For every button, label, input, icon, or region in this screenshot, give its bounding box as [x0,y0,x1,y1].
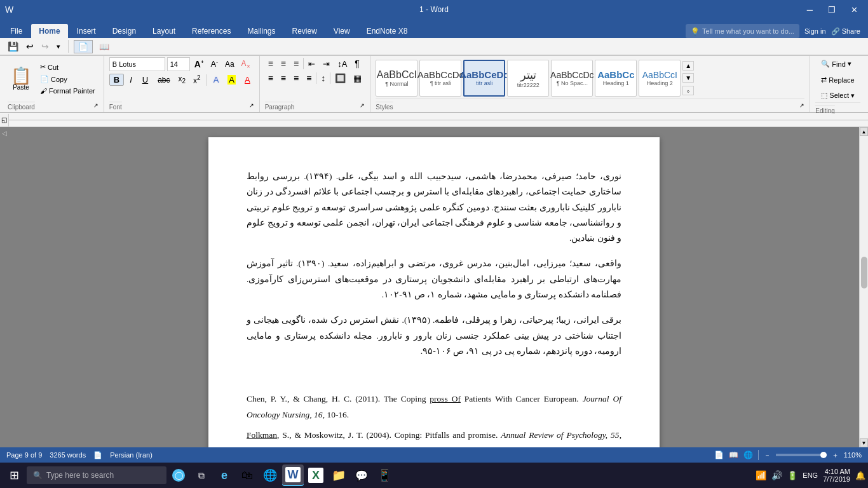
web-layout-status[interactable]: 🌐 [743,451,753,459]
explorer-button[interactable]: 📁 [328,464,349,486]
teams-button[interactable]: 💬 [351,464,372,486]
superscript-button[interactable]: x2 [190,73,204,86]
page-info[interactable]: Page 9 of 9 [6,451,42,459]
clear-format-button[interactable]: A✕ [239,58,253,71]
find-button[interactable]: 🔍 Find ▾ [815,57,860,71]
task-view-button[interactable]: ⧉ [191,464,212,486]
read-mode-button[interactable]: 📖 [95,41,113,53]
menu-insert[interactable]: Insert [69,24,104,38]
menu-file[interactable]: File [3,24,30,38]
chrome-button[interactable]: 🌐 [259,464,281,486]
font-name-input[interactable] [109,57,165,71]
start-button[interactable]: ⊞ [3,464,25,487]
whatsapp-button[interactable]: 📱 [374,464,395,486]
sign-in-button[interactable]: Sign in [804,27,826,35]
font-expand-icon[interactable]: ↗ [249,102,254,109]
decrease-indent-button[interactable]: ⇤ [305,58,318,70]
cortana-button[interactable]: ◯ [168,464,189,486]
font-color-button[interactable]: A [241,74,254,86]
styles-more[interactable]: ⬦ [682,86,694,95]
notification-button[interactable]: 🔔 [855,471,865,480]
styles-expand-icon[interactable]: ↗ [799,102,804,109]
menu-endnote[interactable]: EndNote X8 [359,24,416,38]
tell-me-input[interactable]: Tell me what you want to do... [702,27,794,35]
store-button[interactable]: 🛍 [236,464,258,486]
replace-button[interactable]: ⇄ Replace [815,73,860,86]
clock[interactable]: 4:10 AM 7/7/2019 [823,468,850,483]
cut-button[interactable]: ✂ Cut [37,62,98,72]
ruler-corner[interactable]: ◱ [0,114,9,126]
center-button[interactable]: ≡ [278,72,289,85]
bullets-button[interactable]: ≡ [265,57,276,70]
language-indicator[interactable]: ENG [803,471,818,479]
highlight-button[interactable]: A [224,74,240,86]
bold-button[interactable]: B [109,74,124,86]
justify-button[interactable]: ≡ [303,72,315,85]
sort-button[interactable]: ↕A [334,58,350,70]
save-qa-button[interactable]: 💾 [5,40,21,53]
strikethrough-button[interactable]: abc [154,74,173,86]
vertical-scrollbar[interactable]: ▲ ▼ [859,127,868,447]
edge-button[interactable]: e [214,464,235,486]
numbering-button[interactable]: ≡ [278,57,289,70]
select-button[interactable]: ⬚ Select ▾ [815,89,860,102]
styles-scroll-down[interactable]: ▼ [682,73,694,83]
scroll-thumb[interactable] [861,257,867,288]
copy-button[interactable]: 📄 Copy [37,74,98,85]
style-normal[interactable]: AaBbCcI ¶ Normal [376,60,417,97]
zoom-slider[interactable] [776,454,827,456]
style-titr-asli-1[interactable]: AaBbCcDc ¶ titr asli [419,60,461,97]
menu-mailings[interactable]: Mailings [240,24,283,38]
menu-design[interactable]: Design [105,24,144,38]
align-right-button[interactable]: ≡ [290,72,302,85]
paragraph-expand-icon[interactable]: ↗ [360,102,365,109]
clipboard-expand-icon[interactable]: ↗ [93,102,98,109]
zoom-in-button[interactable]: ＋ [832,451,839,460]
text-effects-button[interactable]: A [210,74,223,86]
italic-button[interactable]: I [125,74,137,86]
font-size-input[interactable] [167,57,190,71]
restore-button[interactable]: ❐ [823,4,841,16]
read-mode-status[interactable]: 📖 [729,451,738,459]
menu-layout[interactable]: Layout [145,24,183,38]
word-taskbar-button[interactable]: W [282,464,304,486]
document-scroll[interactable]: نوری، حامد؛ صیرفی، محمدرضا، هاشمی، سیدحب… [9,127,859,447]
change-case-button[interactable]: Aa [222,58,237,70]
menu-view[interactable]: View [326,24,358,38]
style-heading1[interactable]: AaBbCc Heading 1 [595,60,637,97]
show-marks-button[interactable]: ¶ [351,57,363,70]
borders-button[interactable]: ▦ [350,72,365,85]
style-titr22222[interactable]: AaBbCeDd titr asli [463,60,505,97]
minimize-button[interactable]: ─ [802,4,818,16]
word-count[interactable]: 3265 words [50,451,86,459]
excel-button[interactable]: X [305,464,327,486]
close-button[interactable]: ✕ [846,4,863,16]
format-painter-button[interactable]: 🖌 Format Painter [37,86,98,96]
language-label[interactable]: Persian (Iran) [110,451,153,459]
shrink-font-button[interactable]: A- [208,58,220,70]
align-left-button[interactable]: ≡ [265,72,276,85]
increase-indent-button[interactable]: ⇥ [320,58,333,70]
multilevel-button[interactable]: ≡ [290,57,302,70]
style-heading2[interactable]: AaBbCcI Heading 2 [639,60,681,97]
menu-home[interactable]: Home [31,24,67,38]
zoom-out-button[interactable]: － [764,451,771,460]
shading-button[interactable]: 🔲 [332,72,349,85]
zoom-percent[interactable]: 110% [844,451,862,459]
network-icon[interactable]: 📶 [756,470,766,480]
subscript-button[interactable]: x2 [175,73,189,86]
underline-button[interactable]: U [138,74,153,86]
share-button[interactable]: 🔗 Share [831,27,860,36]
battery-icon[interactable]: 🔋 [787,471,797,480]
menu-review[interactable]: Review [284,24,324,38]
style-titr-farsi[interactable]: تیتر titr22222 [507,60,549,97]
taskbar-search[interactable]: 🔍 Type here to search [27,466,166,484]
styles-scroll-up[interactable]: ▲ [682,61,694,71]
paste-button[interactable]: 📋 Paste [8,64,34,94]
scroll-up-button[interactable]: ▲ [860,127,868,136]
line-spacing-button[interactable]: ↕ [318,72,329,85]
style-no-spacing[interactable]: AaBbCcDc ¶ No Spac... [551,60,593,97]
print-layout-button[interactable]: 📄 [74,40,93,53]
customize-qa-button[interactable]: ▾ [54,41,63,52]
scroll-down-button[interactable]: ▼ [860,438,868,447]
